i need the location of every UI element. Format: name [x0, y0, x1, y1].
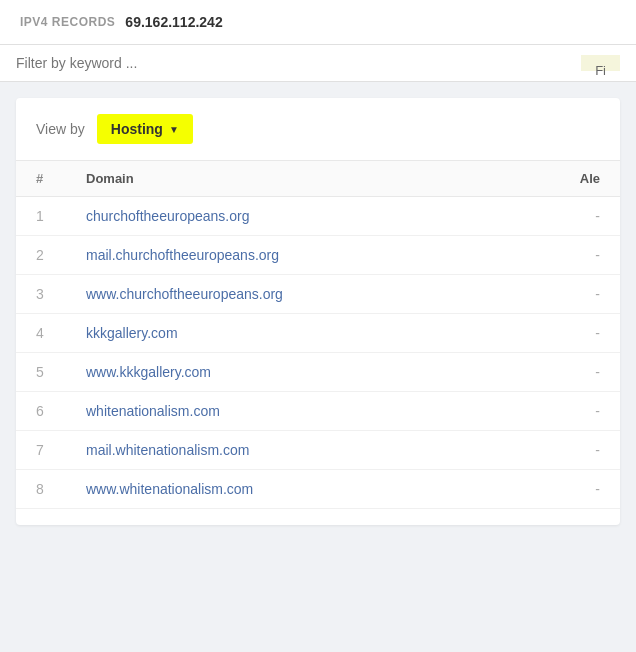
table-body: 1churchoftheeuropeans.org-2mail.churchof…	[16, 197, 620, 509]
row-number: 6	[16, 392, 66, 431]
col-header-ale: Ale	[560, 161, 620, 197]
chevron-down-icon: ▼	[169, 124, 179, 135]
row-number: 3	[16, 275, 66, 314]
row-ale: -	[560, 392, 620, 431]
table-row: 7mail.whitenationalism.com-	[16, 431, 620, 470]
row-domain: churchoftheeuropeans.org	[66, 197, 560, 236]
table-header: # Domain Ale	[16, 161, 620, 197]
row-number: 5	[16, 353, 66, 392]
row-ale: -	[560, 236, 620, 275]
table-row: 6whitenationalism.com-	[16, 392, 620, 431]
row-domain: whitenationalism.com	[66, 392, 560, 431]
domain-link[interactable]: www.whitenationalism.com	[86, 481, 253, 497]
view-by-row: View by Hosting ▼	[16, 114, 620, 160]
row-domain: mail.whitenationalism.com	[66, 431, 560, 470]
domain-link[interactable]: www.churchoftheeuropeans.org	[86, 286, 283, 302]
table-row: 5www.kkkgallery.com-	[16, 353, 620, 392]
search-input[interactable]	[16, 55, 620, 71]
row-ale: -	[560, 314, 620, 353]
row-number: 7	[16, 431, 66, 470]
row-ale: -	[560, 275, 620, 314]
row-ale: -	[560, 431, 620, 470]
header-bar: IPV4 RECORDS 69.162.112.242	[0, 0, 636, 45]
search-wrapper: Fi	[16, 55, 620, 71]
row-number: 1	[16, 197, 66, 236]
table-row: 2mail.churchoftheeuropeans.org-	[16, 236, 620, 275]
hosting-dropdown-button[interactable]: Hosting ▼	[97, 114, 193, 144]
row-number: 4	[16, 314, 66, 353]
filter-button[interactable]: Fi	[581, 55, 620, 71]
row-domain: www.churchoftheeuropeans.org	[66, 275, 560, 314]
row-domain: www.kkkgallery.com	[66, 353, 560, 392]
domain-link[interactable]: whitenationalism.com	[86, 403, 220, 419]
table-row: 4kkkgallery.com-	[16, 314, 620, 353]
domain-link[interactable]: mail.whitenationalism.com	[86, 442, 249, 458]
row-ale: -	[560, 197, 620, 236]
records-label: IPV4 RECORDS	[20, 15, 115, 29]
row-number: 8	[16, 470, 66, 509]
domains-table: # Domain Ale 1churchoftheeuropeans.org-2…	[16, 160, 620, 509]
row-domain: www.whitenationalism.com	[66, 470, 560, 509]
col-header-domain: Domain	[66, 161, 560, 197]
domain-link[interactable]: mail.churchoftheeuropeans.org	[86, 247, 279, 263]
col-header-num: #	[16, 161, 66, 197]
row-domain: mail.churchoftheeuropeans.org	[66, 236, 560, 275]
row-domain: kkkgallery.com	[66, 314, 560, 353]
table-row: 3www.churchoftheeuropeans.org-	[16, 275, 620, 314]
search-bar: Fi	[0, 45, 636, 82]
view-by-label: View by	[36, 121, 85, 137]
domain-link[interactable]: kkkgallery.com	[86, 325, 178, 341]
main-content: View by Hosting ▼ # Domain Ale 1churchof…	[16, 98, 620, 525]
table-row: 8www.whitenationalism.com-	[16, 470, 620, 509]
ip-address: 69.162.112.242	[125, 14, 222, 30]
row-ale: -	[560, 353, 620, 392]
domain-link[interactable]: www.kkkgallery.com	[86, 364, 211, 380]
table-row: 1churchoftheeuropeans.org-	[16, 197, 620, 236]
hosting-label: Hosting	[111, 121, 163, 137]
row-ale: -	[560, 470, 620, 509]
row-number: 2	[16, 236, 66, 275]
domain-link[interactable]: churchoftheeuropeans.org	[86, 208, 249, 224]
